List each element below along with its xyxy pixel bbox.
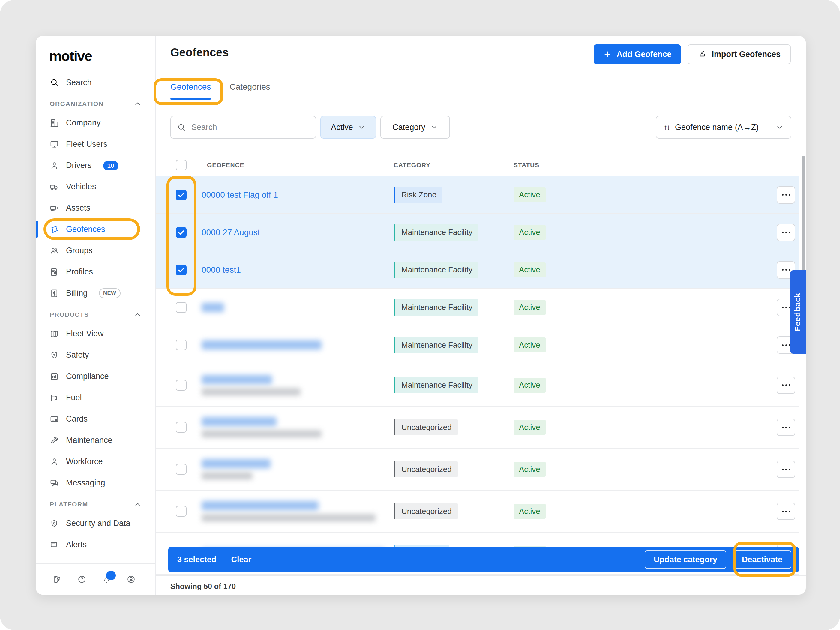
sidebar-item-maintenance[interactable]: Maintenance bbox=[36, 429, 155, 451]
messaging-icon bbox=[50, 478, 59, 488]
table-body: 00000 test Flag off 1Risk ZoneActive0000… bbox=[156, 177, 799, 575]
sidebar-item-drivers[interactable]: Drivers10 bbox=[36, 155, 155, 176]
category-filter-value: Category bbox=[392, 123, 425, 132]
geofence-name-link[interactable]: 0000 27 August bbox=[202, 228, 260, 237]
filter-bar: Active Category ↑↓ Geofence name (A→Z) bbox=[171, 116, 791, 139]
sidebar-item-company[interactable]: Company bbox=[36, 112, 155, 134]
sidebar-item-fleet-users[interactable]: Fleet Users bbox=[36, 134, 155, 155]
geofence-name-link[interactable]: 00000 test Flag off 1 bbox=[202, 190, 278, 200]
company-icon bbox=[50, 118, 59, 128]
row-checkbox[interactable] bbox=[176, 506, 186, 516]
chevron-up-icon bbox=[134, 311, 142, 319]
redacted-geofence-name bbox=[202, 340, 322, 350]
row-checkbox[interactable] bbox=[176, 422, 186, 433]
status-badge: Active bbox=[513, 504, 546, 519]
redacted-geofence-name bbox=[202, 375, 272, 384]
search-icon bbox=[50, 78, 59, 87]
search-icon bbox=[177, 123, 186, 132]
row-checkbox[interactable] bbox=[176, 339, 186, 351]
motive-logo: motive bbox=[49, 47, 155, 65]
sidebar-item-workforce[interactable]: Workforce bbox=[36, 451, 155, 472]
sidebar-search[interactable]: Search bbox=[36, 72, 155, 93]
update-category-button[interactable]: Update category bbox=[645, 550, 726, 569]
geofence-name-link[interactable]: 0000 test1 bbox=[202, 265, 241, 275]
sidebar-item-label: Maintenance bbox=[66, 436, 112, 445]
footer-divider bbox=[156, 575, 806, 576]
profiles-icon bbox=[50, 268, 59, 276]
status-badge: Active bbox=[513, 225, 546, 240]
add-geofence-button[interactable]: Add Geofence bbox=[594, 44, 681, 64]
category-chip: Maintenance Facility bbox=[393, 337, 478, 353]
table-row: UncategorizedActive bbox=[156, 406, 799, 448]
sort-arrows-icon: ↑↓ bbox=[663, 123, 669, 132]
tab-geofences[interactable]: Geofences bbox=[171, 81, 211, 99]
sidebar-item-groups[interactable]: Groups bbox=[36, 240, 155, 261]
sidebar-item-cards[interactable]: Cards bbox=[36, 408, 155, 429]
groups-icon bbox=[50, 246, 59, 255]
import-geofences-button[interactable]: Import Geofences bbox=[688, 44, 791, 64]
category-chip: Maintenance Facility bbox=[393, 224, 478, 241]
row-checkbox[interactable] bbox=[176, 189, 186, 201]
sidebar-item-label: Profiles bbox=[66, 267, 93, 276]
chevron-down-icon bbox=[430, 123, 438, 131]
account-icon[interactable] bbox=[126, 575, 136, 584]
sidebar-item-messaging[interactable]: Messaging bbox=[36, 472, 155, 494]
security-icon bbox=[50, 519, 59, 528]
sidebar-item-profiles[interactable]: Profiles bbox=[36, 261, 155, 283]
category-filter-dropdown[interactable]: Category bbox=[381, 116, 450, 139]
status-badge: Active bbox=[513, 378, 546, 393]
row-checkbox[interactable] bbox=[176, 227, 186, 238]
sidebar-item-label: Fleet Users bbox=[66, 139, 107, 149]
sidebar-item-compliance[interactable]: Compliance bbox=[36, 366, 155, 387]
sidebar-item-safety[interactable]: Safety bbox=[36, 344, 155, 366]
notifications-icon[interactable] bbox=[102, 575, 111, 584]
sidebar-item-fleet-view[interactable]: Fleet View bbox=[36, 323, 155, 344]
selected-count-link[interactable]: 3 selected bbox=[177, 555, 216, 564]
status-badge: Active bbox=[513, 188, 546, 202]
deactivate-button[interactable]: Deactivate bbox=[733, 550, 791, 569]
help-icon[interactable] bbox=[77, 575, 87, 584]
sidebar-section-products[interactable]: PRODUCTS bbox=[36, 306, 155, 323]
sidebar-section-organization[interactable]: ORGANIZATION bbox=[36, 95, 155, 112]
sidebar-item-assets[interactable]: Assets bbox=[36, 197, 155, 219]
sidebar-item-label: Drivers bbox=[66, 161, 92, 170]
row-checkbox[interactable] bbox=[176, 380, 186, 391]
scrollbar-thumb[interactable] bbox=[802, 156, 805, 278]
select-all-checkbox[interactable] bbox=[176, 159, 186, 171]
row-checkbox[interactable] bbox=[176, 265, 186, 275]
clear-selection-link[interactable]: Clear bbox=[231, 555, 252, 564]
sidebar-item-alerts[interactable]: Alerts bbox=[36, 534, 155, 555]
sidebar-item-label: Vehicles bbox=[66, 182, 96, 191]
row-actions-button[interactable] bbox=[777, 376, 795, 394]
sidebar-section-platform[interactable]: PLATFORM bbox=[36, 496, 155, 513]
feedback-tab[interactable]: Feedback bbox=[789, 270, 806, 354]
status-filter-dropdown[interactable]: Active bbox=[321, 116, 376, 139]
sidebar-item-vehicles[interactable]: Vehicles bbox=[36, 176, 155, 197]
category-chip: Uncategorized bbox=[393, 461, 458, 477]
updates-icon[interactable] bbox=[53, 575, 62, 584]
row-actions-button[interactable] bbox=[777, 461, 795, 478]
fleet-view-icon bbox=[50, 329, 59, 338]
table-row: UncategorizedActive bbox=[156, 448, 799, 491]
sort-dropdown[interactable]: ↑↓ Geofence name (A→Z) bbox=[656, 116, 791, 139]
row-actions-button[interactable] bbox=[777, 418, 795, 436]
tab-categories[interactable]: Categories bbox=[229, 81, 270, 99]
screenshot-root: motive Search ORGANIZATIONCompanyFleet U… bbox=[0, 0, 840, 630]
category-chip: Uncategorized bbox=[393, 419, 458, 435]
sidebar-item-security-and-data[interactable]: Security and Data bbox=[36, 513, 155, 534]
row-actions-button[interactable] bbox=[777, 224, 795, 241]
sidebar: motive Search ORGANIZATIONCompanyFleet U… bbox=[36, 36, 156, 595]
sidebar-item-label: Billing bbox=[66, 289, 88, 298]
sidebar-item-geofences[interactable]: Geofences bbox=[36, 219, 155, 240]
sidebar-item-billing[interactable]: BillingNEW bbox=[36, 283, 155, 304]
sort-value: Geofence name (A→Z) bbox=[675, 123, 759, 132]
row-checkbox[interactable] bbox=[176, 464, 186, 475]
table-search-input[interactable] bbox=[191, 122, 309, 132]
row-actions-button[interactable] bbox=[777, 502, 795, 520]
row-actions-button[interactable] bbox=[777, 186, 795, 204]
sidebar-item-fuel[interactable]: Fuel bbox=[36, 387, 155, 408]
sidebar-section-label: ORGANIZATION bbox=[50, 100, 104, 107]
redacted-geofence-name bbox=[202, 303, 224, 312]
category-chip: Risk Zone bbox=[393, 187, 442, 203]
row-checkbox[interactable] bbox=[176, 302, 186, 313]
